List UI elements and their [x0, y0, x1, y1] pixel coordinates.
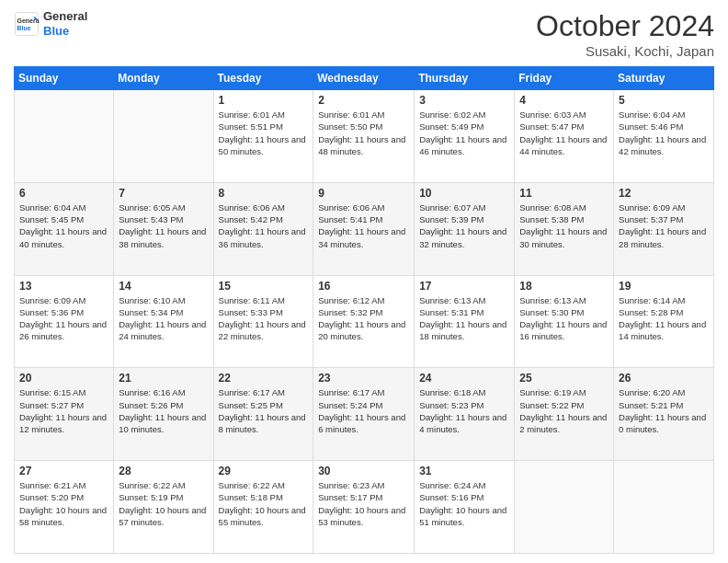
day-info: Sunrise: 6:07 AMSunset: 5:39 PMDaylight:…: [419, 201, 509, 250]
day-number: 10: [419, 187, 509, 200]
day-number: 2: [318, 94, 409, 107]
day-number: 23: [318, 372, 409, 385]
calendar-week-2: 6Sunrise: 6:04 AMSunset: 5:45 PMDaylight…: [15, 182, 714, 275]
calendar-week-5: 27Sunrise: 6:21 AMSunset: 5:20 PMDayligh…: [15, 461, 714, 554]
calendar-cell-3-1: 13Sunrise: 6:09 AMSunset: 5:36 PMDayligh…: [15, 275, 114, 368]
col-sunday: Sunday: [15, 67, 114, 90]
calendar-cell-4-4: 23Sunrise: 6:17 AMSunset: 5:24 PMDayligh…: [313, 368, 415, 461]
day-info: Sunrise: 6:19 AMSunset: 5:22 PMDaylight:…: [519, 386, 609, 435]
day-number: 7: [119, 187, 208, 200]
day-number: 17: [419, 280, 509, 293]
logo-text-line1: General: [43, 9, 87, 24]
day-info: Sunrise: 6:24 AMSunset: 5:16 PMDaylight:…: [419, 479, 509, 528]
calendar-cell-5-5: 31Sunrise: 6:24 AMSunset: 5:16 PMDayligh…: [415, 461, 515, 554]
calendar-cell-3-6: 18Sunrise: 6:13 AMSunset: 5:30 PMDayligh…: [515, 275, 614, 368]
calendar-cell-1-1: [15, 90, 114, 183]
logo-text-line2: Blue: [43, 24, 87, 39]
calendar-week-4: 20Sunrise: 6:15 AMSunset: 5:27 PMDayligh…: [15, 368, 714, 461]
day-info: Sunrise: 6:21 AMSunset: 5:20 PMDaylight:…: [19, 479, 108, 528]
col-saturday: Saturday: [614, 67, 714, 90]
calendar-cell-5-2: 28Sunrise: 6:22 AMSunset: 5:19 PMDayligh…: [114, 461, 213, 554]
calendar-cell-2-5: 10Sunrise: 6:07 AMSunset: 5:39 PMDayligh…: [415, 182, 515, 275]
logo-icon: General Blue: [14, 11, 40, 37]
calendar-table: Sunday Monday Tuesday Wednesday Thursday…: [14, 66, 714, 554]
day-number: 14: [119, 280, 208, 293]
calendar-header-row: Sunday Monday Tuesday Wednesday Thursday…: [15, 67, 714, 90]
calendar-week-3: 13Sunrise: 6:09 AMSunset: 5:36 PMDayligh…: [15, 275, 714, 368]
col-monday: Monday: [114, 67, 213, 90]
day-number: 4: [519, 94, 609, 107]
day-info: Sunrise: 6:17 AMSunset: 5:24 PMDaylight:…: [318, 386, 409, 435]
day-number: 25: [519, 372, 609, 385]
title-block: October 2024 Susaki, Kochi, Japan: [536, 9, 714, 59]
day-info: Sunrise: 6:13 AMSunset: 5:31 PMDaylight:…: [419, 294, 509, 343]
calendar-cell-4-7: 26Sunrise: 6:20 AMSunset: 5:21 PMDayligh…: [614, 368, 714, 461]
day-info: Sunrise: 6:22 AMSunset: 5:18 PMDaylight:…: [219, 479, 309, 528]
day-number: 31: [419, 465, 509, 477]
day-number: 24: [419, 372, 509, 385]
day-info: Sunrise: 6:14 AMSunset: 5:28 PMDaylight:…: [619, 294, 709, 343]
day-number: 8: [219, 187, 309, 200]
day-info: Sunrise: 6:13 AMSunset: 5:30 PMDaylight:…: [519, 294, 609, 343]
day-info: Sunrise: 6:06 AMSunset: 5:42 PMDaylight:…: [219, 201, 309, 250]
calendar-cell-4-5: 24Sunrise: 6:18 AMSunset: 5:23 PMDayligh…: [415, 368, 515, 461]
day-info: Sunrise: 6:23 AMSunset: 5:17 PMDaylight:…: [318, 479, 409, 528]
day-number: 15: [219, 280, 309, 293]
calendar-cell-5-7: [614, 461, 714, 554]
day-info: Sunrise: 6:06 AMSunset: 5:41 PMDaylight:…: [318, 201, 409, 250]
day-info: Sunrise: 6:22 AMSunset: 5:19 PMDaylight:…: [119, 479, 208, 528]
calendar-cell-5-6: [515, 461, 614, 554]
calendar-cell-4-6: 25Sunrise: 6:19 AMSunset: 5:22 PMDayligh…: [515, 368, 614, 461]
col-friday: Friday: [515, 67, 614, 90]
day-info: Sunrise: 6:16 AMSunset: 5:26 PMDaylight:…: [119, 386, 208, 435]
calendar-cell-1-6: 4Sunrise: 6:03 AMSunset: 5:47 PMDaylight…: [515, 90, 614, 183]
svg-text:Blue: Blue: [17, 25, 31, 31]
day-info: Sunrise: 6:02 AMSunset: 5:49 PMDaylight:…: [419, 109, 509, 157]
day-number: 11: [519, 187, 609, 200]
day-number: 21: [119, 372, 208, 385]
page-container: General Blue General Blue October 2024 S…: [0, 0, 728, 563]
calendar-cell-1-7: 5Sunrise: 6:04 AMSunset: 5:46 PMDaylight…: [614, 90, 714, 183]
calendar-cell-3-3: 15Sunrise: 6:11 AMSunset: 5:33 PMDayligh…: [213, 275, 313, 368]
logo: General Blue General Blue: [14, 9, 87, 38]
day-number: 1: [219, 94, 309, 107]
col-wednesday: Wednesday: [313, 67, 415, 90]
day-number: 6: [19, 187, 108, 200]
day-number: 26: [619, 372, 709, 385]
day-info: Sunrise: 6:10 AMSunset: 5:34 PMDaylight:…: [119, 294, 208, 343]
day-number: 5: [619, 94, 709, 107]
calendar-cell-4-1: 20Sunrise: 6:15 AMSunset: 5:27 PMDayligh…: [15, 368, 114, 461]
day-info: Sunrise: 6:09 AMSunset: 5:37 PMDaylight:…: [619, 201, 709, 250]
calendar-cell-5-3: 29Sunrise: 6:22 AMSunset: 5:18 PMDayligh…: [213, 461, 313, 554]
day-number: 19: [619, 280, 709, 293]
day-info: Sunrise: 6:04 AMSunset: 5:45 PMDaylight:…: [19, 201, 108, 250]
day-number: 20: [19, 372, 108, 385]
calendar-cell-3-4: 16Sunrise: 6:12 AMSunset: 5:32 PMDayligh…: [313, 275, 415, 368]
day-info: Sunrise: 6:09 AMSunset: 5:36 PMDaylight:…: [19, 294, 108, 343]
day-number: 27: [19, 465, 108, 477]
day-info: Sunrise: 6:17 AMSunset: 5:25 PMDaylight:…: [219, 386, 309, 435]
month-title: October 2024: [536, 9, 714, 43]
day-number: 3: [419, 94, 509, 107]
calendar-cell-1-3: 1Sunrise: 6:01 AMSunset: 5:51 PMDaylight…: [213, 90, 313, 183]
calendar-cell-3-2: 14Sunrise: 6:10 AMSunset: 5:34 PMDayligh…: [114, 275, 213, 368]
day-info: Sunrise: 6:01 AMSunset: 5:51 PMDaylight:…: [219, 109, 309, 157]
header: General Blue General Blue October 2024 S…: [14, 9, 714, 59]
day-info: Sunrise: 6:08 AMSunset: 5:38 PMDaylight:…: [519, 201, 609, 250]
col-tuesday: Tuesday: [213, 67, 313, 90]
day-number: 28: [119, 465, 208, 477]
calendar-cell-5-1: 27Sunrise: 6:21 AMSunset: 5:20 PMDayligh…: [15, 461, 114, 554]
day-number: 16: [318, 280, 409, 293]
calendar-cell-2-2: 7Sunrise: 6:05 AMSunset: 5:43 PMDaylight…: [114, 182, 213, 275]
calendar-cell-2-1: 6Sunrise: 6:04 AMSunset: 5:45 PMDaylight…: [15, 182, 114, 275]
calendar-cell-1-2: [114, 90, 213, 183]
calendar-cell-4-3: 22Sunrise: 6:17 AMSunset: 5:25 PMDayligh…: [213, 368, 313, 461]
day-info: Sunrise: 6:04 AMSunset: 5:46 PMDaylight:…: [619, 109, 709, 157]
day-info: Sunrise: 6:11 AMSunset: 5:33 PMDaylight:…: [219, 294, 309, 343]
day-info: Sunrise: 6:18 AMSunset: 5:23 PMDaylight:…: [419, 386, 509, 435]
day-number: 22: [219, 372, 309, 385]
col-thursday: Thursday: [415, 67, 515, 90]
day-info: Sunrise: 6:12 AMSunset: 5:32 PMDaylight:…: [318, 294, 409, 343]
day-number: 18: [519, 280, 609, 293]
calendar-week-1: 1Sunrise: 6:01 AMSunset: 5:51 PMDaylight…: [15, 90, 714, 183]
